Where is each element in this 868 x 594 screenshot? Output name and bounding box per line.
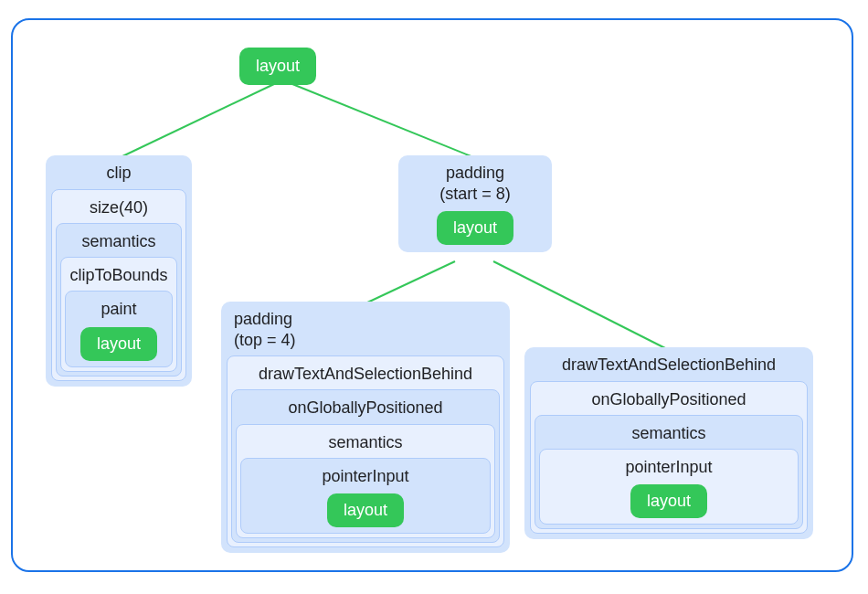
node-level-title: size(40) <box>56 194 182 223</box>
node-head-line2: (top = 4) <box>234 331 296 349</box>
root-layout-pill: layout <box>239 48 316 85</box>
node-head: padding (top = 4) <box>227 307 504 355</box>
node-level: paint layout <box>65 291 173 366</box>
node-level-title: semantics <box>240 429 491 458</box>
layout-pill: layout <box>437 211 513 245</box>
node-clip: clip size(40) semantics clipToBounds pai… <box>46 155 192 387</box>
node-head: padding (start = 8) <box>404 161 546 209</box>
node-level-title: onGloballyPositioned <box>236 394 495 423</box>
node-level: semantics pointerInput layout <box>535 415 803 530</box>
node-level: pointerInput layout <box>539 449 799 525</box>
node-level: size(40) semantics clipToBounds paint la… <box>51 189 186 381</box>
node-padding-top: padding (top = 4) drawTextAndSelectionBe… <box>221 302 510 553</box>
node-head: clip <box>51 161 186 189</box>
node-level-title: pointerInput <box>245 462 486 492</box>
node-level: clipToBounds paint layout <box>60 257 177 372</box>
node-level: semantics pointerInput layout <box>236 424 495 539</box>
node-level: semantics clipToBounds paint layout <box>56 223 182 377</box>
node-head-line1: padding <box>446 164 504 182</box>
node-padding-start: padding (start = 8) layout <box>398 155 552 252</box>
node-level: onGloballyPositioned semantics pointerIn… <box>530 381 808 535</box>
node-level-title: semantics <box>60 228 177 257</box>
root-node: layout <box>239 46 316 87</box>
node-drawtext: drawTextAndSelectionBehind onGloballyPos… <box>524 347 813 539</box>
layout-pill: layout <box>630 484 707 518</box>
node-level-title: pointerInput <box>544 453 794 483</box>
layout-pill: layout <box>327 493 404 527</box>
node-level-title: clipToBounds <box>65 261 173 291</box>
node-level-title: paint <box>69 295 168 324</box>
node-level: drawTextAndSelectionBehind onGloballyPos… <box>227 355 504 547</box>
node-level: pointerInput layout <box>240 458 491 534</box>
node-level-title: semantics <box>539 419 799 449</box>
node-head-line2: (start = 8) <box>439 185 511 203</box>
layout-pill: layout <box>80 327 157 361</box>
node-level: onGloballyPositioned semantics pointerIn… <box>231 389 500 543</box>
node-head: drawTextAndSelectionBehind <box>530 353 808 381</box>
node-level-title: onGloballyPositioned <box>535 386 803 415</box>
node-level-title: drawTextAndSelectionBehind <box>231 360 500 389</box>
node-head-line1: padding <box>234 310 292 328</box>
